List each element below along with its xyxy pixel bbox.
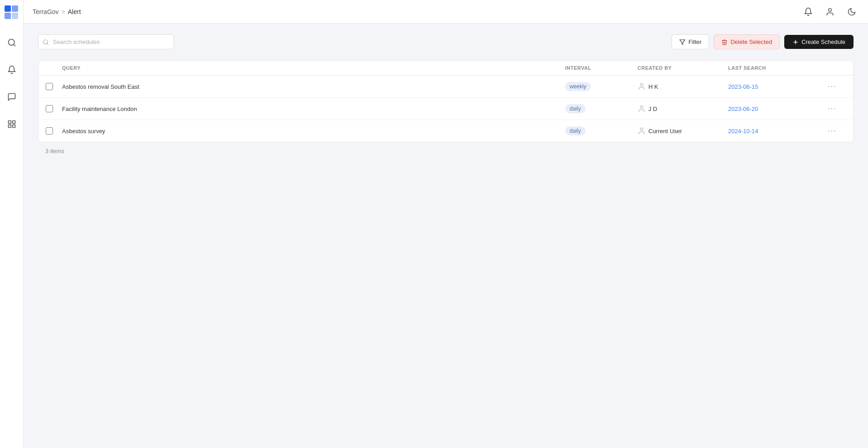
schedule-table: QUERY INTERVAL CREATED BY LAST SEARCH As… [38,60,854,142]
row-1-query: Asbestos removal South East [62,83,565,90]
toolbar-actions: Filter Delete Selected Create Schedule [671,34,854,49]
app-logo[interactable] [5,5,19,20]
col-interval-header: INTERVAL [565,65,638,71]
user-profile-icon[interactable] [823,5,837,19]
main-content: Filter Delete Selected Create Schedule [24,24,868,448]
row-2-interval-badge: daily [565,104,585,113]
sidebar-chat-icon[interactable] [4,89,20,105]
row-3-checkbox[interactable] [46,127,53,135]
col-actions-header [819,65,846,71]
delete-label: Delete Selected [730,39,772,45]
row-1-last-search: 2023-06-15 [728,82,819,91]
svg-rect-6 [8,121,11,124]
row-2-actions-menu[interactable]: ··· [819,105,846,113]
svg-point-18 [640,128,643,130]
row-1-checkbox[interactable] [46,83,53,90]
svg-line-5 [13,44,15,46]
sidebar-search-icon[interactable] [4,34,20,51]
svg-rect-7 [12,121,15,124]
svg-rect-2 [5,13,11,19]
row-2-interval: daily [565,104,638,113]
sidebar [0,0,24,448]
svg-rect-1 [12,5,18,12]
row-2-created-by: J D [638,105,728,113]
row-2-last-search: 2023-06-20 [728,105,819,113]
row-1-last-search-link[interactable]: 2023-06-15 [728,83,758,90]
delete-selected-button[interactable]: Delete Selected [714,34,780,49]
breadcrumb-current: Alert [68,8,81,15]
row-2-checkbox[interactable] [46,105,53,112]
svg-point-17 [640,106,643,108]
svg-rect-8 [8,125,11,128]
filter-label: Filter [688,39,701,45]
svg-rect-0 [5,5,11,12]
breadcrumb-separator: > [62,8,65,15]
breadcrumb-parent[interactable]: TerraGov [33,8,59,15]
table-row: Asbestos survey daily Current User 2024-… [38,120,853,142]
table-row: Asbestos removal South East weekly H K 2… [38,76,853,98]
create-label: Create Schedule [801,39,845,45]
row-3-last-search-link[interactable]: 2024-10-14 [728,128,758,135]
plus-icon [792,39,799,45]
col-last-search-header: LAST SEARCH [728,65,819,71]
sidebar-grid-icon[interactable] [4,116,20,132]
filter-icon [679,39,686,45]
filter-button[interactable]: Filter [671,34,709,49]
search-icon [43,39,49,45]
svg-rect-9 [12,125,15,128]
user-avatar-icon [638,82,646,91]
sidebar-bell-icon[interactable] [4,62,20,78]
row-1-interval: weekly [565,82,638,91]
svg-point-10 [829,8,832,11]
row-1-created-by-name: H K [648,83,658,90]
row-2-last-search-link[interactable]: 2023-06-20 [728,106,758,112]
topnav-right [801,5,859,19]
svg-line-12 [47,43,48,44]
row-1-interval-badge: weekly [565,82,591,91]
row-3-query: Asbestos survey [62,128,565,135]
user-avatar-icon [638,105,646,113]
row-2-created-by-name: J D [648,106,657,112]
row-3-created-by-name: Current User [648,128,682,135]
toolbar: Filter Delete Selected Create Schedule [38,34,854,49]
theme-toggle-icon[interactable] [844,5,859,19]
col-query-header: QUERY [62,65,565,71]
trash-icon [721,39,728,45]
notification-bell-icon[interactable] [801,5,815,19]
col-checkbox-header [46,65,62,71]
svg-rect-3 [12,13,18,19]
row-1-actions-menu[interactable]: ··· [819,82,846,91]
items-count: 3 items [38,142,854,160]
row-2-query: Facility maintenance London [62,106,565,112]
svg-marker-13 [680,39,686,44]
row-3-last-search: 2024-10-14 [728,127,819,135]
search-input[interactable] [38,34,174,49]
row-3-interval-badge: daily [565,126,585,135]
table-row: Facility maintenance London daily J D 20… [38,98,853,120]
col-created-by-header: CREATED BY [638,65,728,71]
user-avatar-icon [638,127,646,135]
row-3-interval: daily [565,126,638,135]
breadcrumb: TerraGov > Alert [33,8,81,15]
search-container [38,34,174,49]
row-3-actions-menu[interactable]: ··· [819,127,846,135]
table-header: QUERY INTERVAL CREATED BY LAST SEARCH [38,61,853,76]
svg-point-16 [640,83,643,86]
row-3-created-by: Current User [638,127,728,135]
row-1-created-by: H K [638,82,728,91]
topnav: TerraGov > Alert [24,0,868,24]
create-schedule-button[interactable]: Create Schedule [784,35,854,49]
